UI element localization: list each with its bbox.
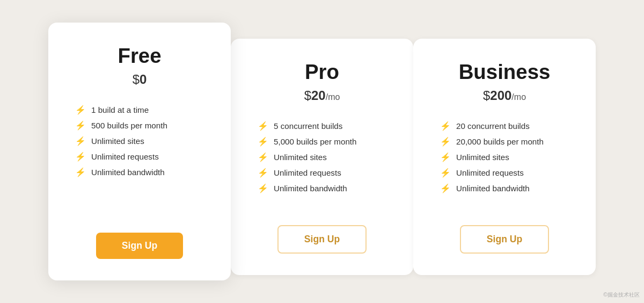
list-item: ⚡20 concurrent builds	[440, 118, 569, 134]
bolt-icon: ⚡	[440, 183, 451, 193]
plan-card-free: Free$0⚡1 build at a time⚡500 builds per …	[48, 23, 231, 280]
feature-text: Unlimited sites	[91, 136, 144, 146]
bolt-icon: ⚡	[258, 136, 268, 147]
feature-text: Unlimited requests	[91, 152, 159, 161]
bolt-icon: ⚡	[440, 136, 451, 147]
plan-price-business: $200/mo	[483, 88, 526, 103]
bolt-icon: ⚡	[440, 121, 451, 131]
watermark: ©掘金技术社区	[603, 291, 640, 299]
list-item: ⚡Unlimited sites	[258, 149, 386, 165]
list-item: ⚡1 build at a time	[75, 102, 204, 118]
feature-text: 500 builds per month	[91, 121, 167, 130]
bolt-icon: ⚡	[258, 168, 268, 178]
signup-button-pro[interactable]: Sign Up	[277, 225, 367, 254]
bolt-icon: ⚡	[258, 183, 268, 193]
feature-text: Unlimited requests	[274, 168, 341, 177]
plan-name-pro: Pro	[305, 60, 339, 84]
signup-button-free[interactable]: Sign Up	[96, 233, 183, 259]
bolt-icon: ⚡	[440, 152, 451, 162]
list-item: ⚡Unlimited requests	[75, 149, 204, 164]
bolt-icon: ⚡	[75, 120, 86, 131]
bolt-icon: ⚡	[440, 168, 451, 178]
features-list-free: ⚡1 build at a time⚡500 builds per month⚡…	[75, 102, 204, 180]
plan-card-business: Business$200/mo⚡20 concurrent builds⚡20,…	[413, 39, 596, 275]
list-item: ⚡500 builds per month	[75, 118, 204, 133]
list-item: ⚡Unlimited bandwidth	[75, 164, 204, 180]
features-list-pro: ⚡5 concurrent builds⚡5,000 builds per mo…	[258, 118, 386, 196]
list-item: ⚡Unlimited requests	[258, 165, 386, 181]
list-item: ⚡5 concurrent builds	[258, 118, 386, 134]
feature-text: 20 concurrent builds	[456, 121, 530, 131]
feature-text: 20,000 builds per month	[456, 137, 544, 146]
plan-name-free: Free	[118, 44, 161, 68]
plan-price-pro: $20/mo	[304, 88, 340, 103]
bolt-icon: ⚡	[75, 105, 86, 115]
bolt-icon: ⚡	[75, 167, 86, 177]
plan-price-free: $0	[133, 72, 147, 87]
list-item: ⚡20,000 builds per month	[440, 134, 569, 149]
list-item: ⚡Unlimited requests	[440, 165, 569, 181]
feature-text: 5 concurrent builds	[274, 121, 342, 131]
features-list-business: ⚡20 concurrent builds⚡20,000 builds per …	[440, 118, 569, 196]
feature-text: Unlimited sites	[456, 153, 509, 162]
bolt-icon: ⚡	[258, 152, 268, 162]
list-item: ⚡Unlimited sites	[75, 133, 204, 149]
bolt-icon: ⚡	[75, 152, 86, 162]
feature-text: Unlimited bandwidth	[456, 184, 530, 193]
feature-text: Unlimited bandwidth	[274, 184, 347, 193]
signup-button-business[interactable]: Sign Up	[460, 225, 549, 254]
bolt-icon: ⚡	[258, 121, 268, 131]
feature-text: Unlimited bandwidth	[91, 168, 165, 177]
feature-text: Unlimited sites	[274, 153, 327, 162]
list-item: ⚡Unlimited bandwidth	[440, 181, 569, 196]
list-item: ⚡5,000 builds per month	[258, 134, 386, 149]
feature-text: 1 build at a time	[91, 105, 149, 114]
list-item: ⚡Unlimited sites	[440, 149, 569, 165]
plan-card-pro: Pro$20/mo⚡5 concurrent builds⚡5,000 buil…	[231, 39, 413, 275]
plan-name-business: Business	[459, 60, 551, 84]
pricing-container: Free$0⚡1 build at a time⚡500 builds per …	[38, 12, 606, 291]
bolt-icon: ⚡	[75, 136, 86, 146]
list-item: ⚡Unlimited bandwidth	[258, 181, 386, 196]
feature-text: 5,000 builds per month	[274, 137, 357, 146]
feature-text: Unlimited requests	[456, 168, 524, 177]
